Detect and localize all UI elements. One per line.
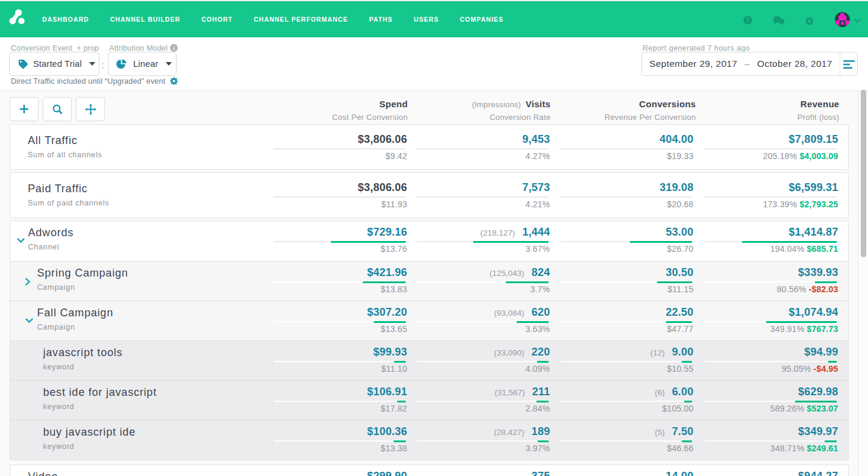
svg-text:i: i bbox=[173, 45, 175, 51]
svg-text:?: ? bbox=[746, 17, 749, 23]
